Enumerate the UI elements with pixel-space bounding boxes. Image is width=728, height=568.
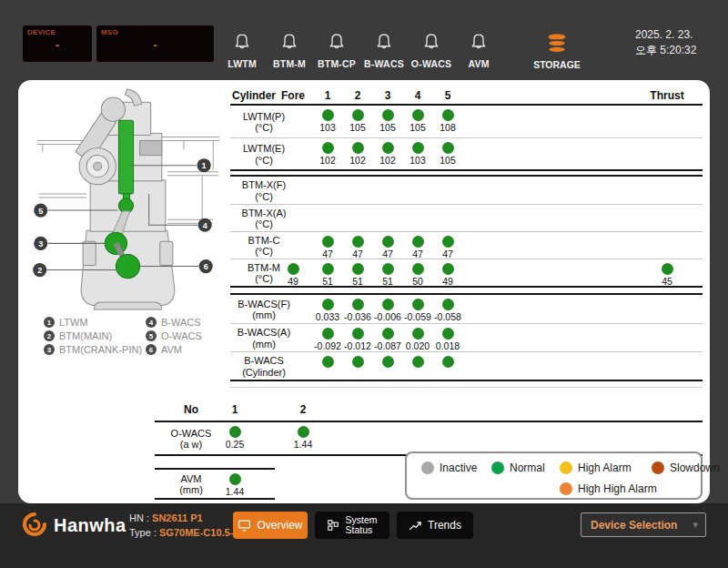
table-row: LWTM(P)(°C)103105105105108 xyxy=(230,106,703,137)
alarm-bell-b-wacs[interactable]: B-WACS xyxy=(360,31,408,69)
callout-legend-label: B-WACS xyxy=(161,317,201,328)
avm-table: AVM(mm)1.44 xyxy=(155,468,275,500)
trends-button-label: Trends xyxy=(428,519,461,532)
storage-button[interactable]: STORAGE xyxy=(529,33,585,70)
table-cell: -0.058 xyxy=(428,298,468,322)
row-unit: (°C) xyxy=(230,246,298,258)
status-dot-normal xyxy=(352,356,364,368)
row-label: B-WACS(F)(mm) xyxy=(230,298,298,320)
status-dot-normal xyxy=(382,356,394,368)
row-name: B-WACS(F) xyxy=(230,298,298,309)
status-dot-normal xyxy=(352,263,364,275)
owacs-header-no: No xyxy=(155,403,228,416)
device-readout: DEVICE - xyxy=(23,25,92,62)
cylinder-table-group: B-WACS(F)(mm)0.033-0.036-0.006-0.059-0.0… xyxy=(230,293,703,381)
status-dot-normal xyxy=(352,236,364,248)
storage-database-icon xyxy=(545,33,569,55)
device-readout-label: DEVICE xyxy=(27,28,56,36)
row-name: BTM-C xyxy=(230,234,298,246)
device-selection-dropdown[interactable]: Device Selection ▾ xyxy=(581,512,706,537)
cell-value: 0.018 xyxy=(428,340,468,351)
table-cell: 108 xyxy=(428,108,468,133)
legend-label: High Alarm xyxy=(578,462,632,474)
col-header-fore: Fore xyxy=(281,89,305,102)
status-dot-normal xyxy=(352,142,364,154)
status-dot-normal xyxy=(352,299,364,310)
status-dot-normal xyxy=(442,263,454,275)
brand: Hanwha xyxy=(20,512,126,539)
alarm-bell-label: BTM-M xyxy=(273,58,306,69)
engine-diagram: 1 5 3 2 4 6 xyxy=(29,86,228,315)
table-cell: 105 xyxy=(428,141,468,166)
alarm-bell-label: LWTM xyxy=(228,58,257,69)
col-header-4: 4 xyxy=(406,89,430,102)
legend-dot xyxy=(421,462,434,474)
row-label: LWTM(P)(°C) xyxy=(230,110,298,133)
trends-tab-button[interactable]: Trends xyxy=(397,512,473,539)
callout-6: 6 xyxy=(204,262,208,271)
status-dot-normal xyxy=(382,109,394,121)
alarm-bell-label: B-WACS xyxy=(364,58,404,69)
system-status-button-label: System Status xyxy=(345,515,377,536)
callout-legend-item: 3BTM(CRANK-PIN) xyxy=(44,344,142,355)
hn-label: HN : xyxy=(129,512,149,523)
bell-icon xyxy=(231,31,253,53)
overview-button-label: Overview xyxy=(257,519,302,532)
alarm-bell-btm-m[interactable]: BTM-M xyxy=(266,31,313,69)
callout-legend-item: 6AVM xyxy=(146,344,182,355)
table-cell: 49 xyxy=(428,262,468,287)
legend-item-high-high-alarm: High High Alarm xyxy=(560,482,657,495)
legend-dot xyxy=(560,482,572,495)
overview-tab-button[interactable]: Overview xyxy=(233,512,308,539)
alarm-bell-o-wacs[interactable]: O-WACS xyxy=(408,31,455,69)
status-dot-normal xyxy=(412,356,424,368)
legend-item-slowdown: Slowdown xyxy=(652,462,720,474)
callout-legend-item: 4B-WACS xyxy=(146,317,201,328)
datetime-display: 2025. 2. 23. 오후 5:20:32 xyxy=(635,27,696,58)
table-cell: 0.018 xyxy=(428,327,468,351)
row-unit: (°C) xyxy=(230,218,298,230)
legend-label: Inactive xyxy=(440,462,477,474)
type-label: Type : xyxy=(129,527,157,538)
cylinder-table-group: BTM-X(F)(°C)BTM-X(A)(°C)BTM-C(°C)4747474… xyxy=(230,175,703,288)
callout-legend-item: 2BTM(MAIN) xyxy=(44,330,112,341)
table-cell: 47 xyxy=(428,235,468,259)
status-dot-normal xyxy=(382,299,394,310)
avm-row: AVM(mm)1.44 xyxy=(155,470,275,498)
unit-info: HN : SN2611 P1 Type : SG70ME-C10.5-GA xyxy=(129,511,248,540)
callout-3: 3 xyxy=(38,239,43,248)
callout-5: 5 xyxy=(38,207,43,216)
status-dot-normal xyxy=(412,109,424,121)
separator-line xyxy=(230,387,703,388)
legend-label: High High Alarm xyxy=(578,482,657,495)
status-dot-normal xyxy=(412,236,424,248)
alarm-bell-btm-cp[interactable]: BTM-CP xyxy=(313,31,360,69)
date-text: 2025. 2. 23. xyxy=(635,27,696,43)
status-dot-normal xyxy=(442,109,454,121)
status-dot-normal xyxy=(322,263,334,275)
status-dot-normal xyxy=(229,473,241,485)
alarm-bell-lwtm[interactable]: LWTM xyxy=(218,31,266,69)
monitor-icon xyxy=(238,520,251,532)
legend-item-normal: Normal xyxy=(491,462,545,474)
callout-legend-number: 6 xyxy=(146,344,157,355)
system-status-tab-button[interactable]: System Status xyxy=(315,512,389,539)
table-row: BTM-M(°C)49515151504945 xyxy=(230,259,703,286)
col-header-3: 3 xyxy=(376,89,399,102)
cylinder-table-group: LWTM(P)(°C)103105105105108LWTM(E)(°C)102… xyxy=(230,104,703,171)
status-dot-normal xyxy=(662,263,673,275)
alarm-bell-avm[interactable]: AVM xyxy=(455,31,502,69)
storage-label: STORAGE xyxy=(533,59,581,70)
engine-monitoring-screen: DEVICE - MSG - LWTMBTM-MBTM-CPB-WACSO-WA… xyxy=(0,0,728,568)
legend-dot xyxy=(652,462,664,474)
table-row: B-WACS(F)(mm)0.033-0.036-0.006-0.059-0.0… xyxy=(230,295,703,323)
callout-legend-label: LTWM xyxy=(59,317,88,328)
row-unit: (Cylinder) xyxy=(230,366,298,378)
cell-value: 49 xyxy=(428,276,468,287)
owacs-col-header-1: 1 xyxy=(223,403,247,416)
status-dot-normal xyxy=(322,328,334,340)
table-cell: 0.25 xyxy=(215,425,255,450)
bell-icon xyxy=(468,31,490,53)
status-dot-normal xyxy=(322,109,334,121)
callout-legend-label: BTM(MAIN) xyxy=(59,330,112,341)
